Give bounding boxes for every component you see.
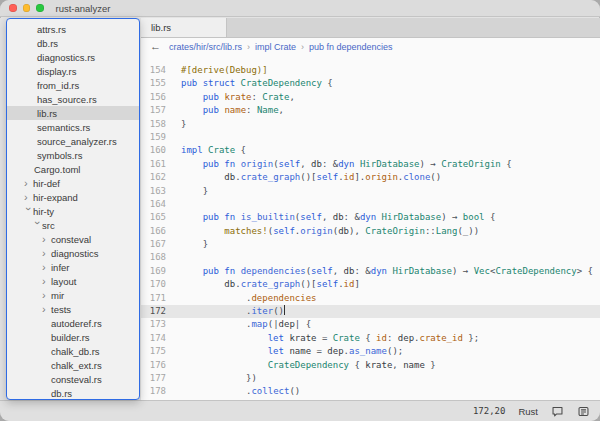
tree-item-cargo-toml[interactable]: Cargo.toml	[7, 162, 139, 176]
code-line-161[interactable]: 161 pub fn origin(self, db: &dyn HirData…	[141, 158, 600, 171]
line-number: 168	[141, 251, 175, 264]
line-number: 156	[141, 91, 175, 104]
tree-item-consteval[interactable]: ›consteval	[7, 232, 139, 246]
minimize-window-button[interactable]	[23, 4, 31, 12]
tree-item-db-rs[interactable]: db.rs	[7, 386, 139, 400]
tree-item-db-rs[interactable]: db.rs	[7, 36, 139, 50]
code-line-178[interactable]: 178 .collect()	[141, 385, 600, 398]
chevron-right-icon[interactable]: ›	[42, 290, 51, 301]
tree-item-diagnostics-rs[interactable]: diagnostics.rs	[7, 50, 139, 64]
code-line-166[interactable]: 166 matches!(self.origin(db), CrateOrigi…	[141, 225, 600, 238]
breadcrumb-segment[interactable]: impl Crate	[255, 42, 296, 52]
breadcrumb-segment[interactable]: pub fn dependencies	[309, 42, 393, 52]
line-content: db.crate_graph()[self.id]	[175, 278, 360, 291]
tree-item-label: semantics.rs	[37, 122, 90, 133]
cursor-position[interactable]: 172,20	[473, 406, 506, 416]
chevron-right-icon[interactable]: ›	[42, 304, 51, 315]
tab-label: lib.rs	[151, 22, 171, 33]
tree-item-label: lib.rs	[37, 108, 57, 119]
tree-item-display-rs[interactable]: display.rs	[7, 64, 139, 78]
tree-item-label: chalk_ext.rs	[51, 360, 102, 371]
line-content: pub fn dependencies(self, db: &dyn HirDa…	[175, 265, 593, 278]
chevron-right-icon[interactable]: ›	[42, 262, 51, 273]
chevron-right-icon[interactable]: ›	[42, 276, 51, 287]
comment-icon[interactable]	[551, 405, 564, 418]
code-line-168[interactable]: 168	[141, 251, 600, 264]
tree-item-label: hir-ty	[33, 206, 54, 217]
code-line-173[interactable]: 173 .map(|dep| {	[141, 318, 600, 331]
tree-item-label: chalk_db.rs	[51, 346, 100, 357]
line-number: 176	[141, 359, 175, 372]
tree-item-src[interactable]: ›src	[7, 218, 139, 232]
code-line-159[interactable]: 159	[141, 131, 600, 144]
tree-item-chalk-db-rs[interactable]: chalk_db.rs	[7, 344, 139, 358]
chevron-right-icon[interactable]: ›	[24, 192, 33, 203]
code-line-167[interactable]: 167 }	[141, 238, 600, 251]
tree-item-autoderef-rs[interactable]: autoderef.rs	[7, 316, 139, 330]
tree-item-attrs-rs[interactable]: attrs.rs	[7, 22, 139, 36]
tree-item-builder-rs[interactable]: builder.rs	[7, 330, 139, 344]
chevron-down-icon[interactable]: ›	[32, 221, 43, 230]
language-indicator[interactable]: Rust	[518, 406, 538, 417]
code-line-174[interactable]: 174 let krate = Crate { id: dep.crate_id…	[141, 332, 600, 345]
project-panel: attrs.rsdb.rsdiagnostics.rsdisplay.rsfro…	[6, 18, 140, 400]
code-line-156[interactable]: 156 pub krate: Crate,	[141, 91, 600, 104]
code-line-172[interactable]: 172 .iter()	[141, 305, 600, 318]
code-line-175[interactable]: 175 let name = dep.as_name();	[141, 345, 600, 358]
tree-item-tests[interactable]: ›tests	[7, 302, 139, 316]
code-line-158[interactable]: 158}	[141, 118, 600, 131]
tree-item-label: attrs.rs	[37, 24, 66, 35]
breadcrumb-separator: ›	[301, 42, 304, 52]
tree-item-source-analyzer-rs[interactable]: source_analyzer.rs	[7, 134, 139, 148]
editor-pane: lib.rs ← crates/hir/src/lib.rs›impl Crat…	[141, 18, 600, 400]
tree-item-infer[interactable]: ›infer	[7, 260, 139, 274]
tree-item-lib-rs[interactable]: lib.rs	[7, 106, 139, 120]
code-line-170[interactable]: 170 db.crate_graph()[self.id]	[141, 278, 600, 291]
back-icon[interactable]: ←	[150, 41, 161, 52]
tree-item-hir-ty[interactable]: ›hir-ty	[7, 204, 139, 218]
tree-item-hir-expand[interactable]: ›hir-expand	[7, 190, 139, 204]
tree-item-diagnostics[interactable]: ›diagnostics	[7, 246, 139, 260]
text-cursor	[284, 305, 285, 315]
code-line-160[interactable]: 160impl Crate {	[141, 144, 600, 157]
zoom-window-button[interactable]	[36, 4, 44, 12]
tree-item-hir-def[interactable]: ›hir-def	[7, 176, 139, 190]
chevron-right-icon[interactable]: ›	[24, 178, 33, 189]
tree-item-semantics-rs[interactable]: semantics.rs	[7, 120, 139, 134]
code-line-154[interactable]: 154#[derive(Debug)]	[141, 64, 600, 77]
chevron-right-icon[interactable]: ›	[42, 234, 51, 245]
tab-lib-rs[interactable]: lib.rs	[141, 18, 227, 37]
tree-item-label: consteval	[51, 234, 91, 245]
line-content	[175, 131, 181, 144]
tree-item-chalk-ext-rs[interactable]: chalk_ext.rs	[7, 358, 139, 372]
chevron-down-icon[interactable]: ›	[23, 207, 34, 216]
code-line-177[interactable]: 177 })	[141, 372, 600, 385]
code-line-164[interactable]: 164	[141, 198, 600, 211]
tree-item-from-id-rs[interactable]: from_id.rs	[7, 78, 139, 92]
tree-item-layout[interactable]: ›layout	[7, 274, 139, 288]
code-line-157[interactable]: 157 pub name: Name,	[141, 104, 600, 117]
code-line-155[interactable]: 155pub struct CrateDependency {	[141, 77, 600, 90]
line-content: pub krate: Crate,	[175, 91, 295, 104]
tree-item-label: autoderef.rs	[51, 318, 102, 329]
line-content: pub name: Name,	[175, 104, 284, 117]
tree-item-mir[interactable]: ›mir	[7, 288, 139, 302]
tree-item-has-source-rs[interactable]: has_source.rs	[7, 92, 139, 106]
list-icon[interactable]	[577, 405, 590, 418]
code-line-169[interactable]: 169 pub fn dependencies(self, db: &dyn H…	[141, 265, 600, 278]
tree-item-consteval-rs[interactable]: consteval.rs	[7, 372, 139, 386]
tree-item-symbols-rs[interactable]: symbols.rs	[7, 148, 139, 162]
breadcrumb: crates/hir/src/lib.rs›impl Crate›pub fn …	[169, 42, 393, 52]
code-line-163[interactable]: 163 }	[141, 185, 600, 198]
line-content: }	[175, 185, 208, 198]
code-line-171[interactable]: 171 .dependencies	[141, 292, 600, 305]
breadcrumb-segment[interactable]: crates/hir/src/lib.rs	[169, 42, 242, 52]
app-window: rust-analyzer lib.rs ← crates/hir/src/li…	[0, 0, 600, 421]
chevron-right-icon[interactable]: ›	[42, 248, 51, 259]
close-window-button[interactable]	[9, 4, 17, 12]
code-line-165[interactable]: 165 pub fn is_builtin(self, db: &dyn Hir…	[141, 211, 600, 224]
line-content	[175, 198, 181, 211]
tree-item-label: diagnostics.rs	[37, 52, 95, 63]
code-line-176[interactable]: 176 CrateDependency { krate, name }	[141, 359, 600, 372]
code-line-162[interactable]: 162 db.crate_graph()[self.id].origin.clo…	[141, 171, 600, 184]
